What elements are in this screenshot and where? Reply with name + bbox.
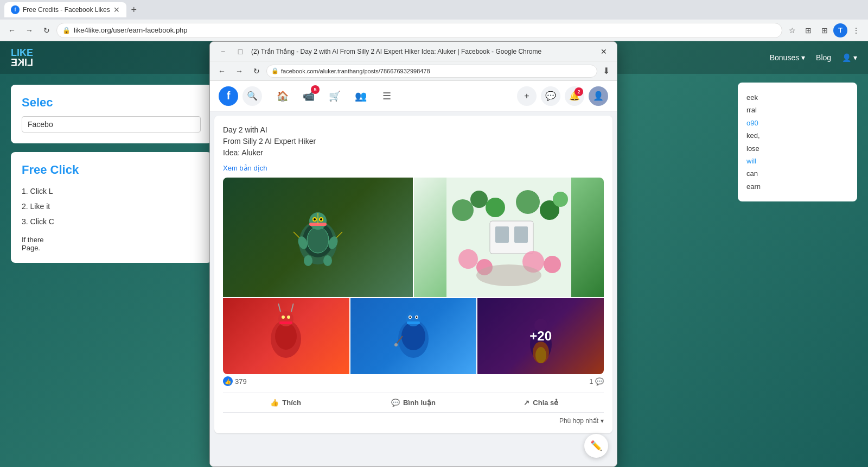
- fb-sort-label: Phù hợp nhất: [559, 417, 598, 425]
- address-bar[interactable]: 🔒 like4like.org/user/earn-facebook.php: [56, 23, 782, 38]
- fb-reactions-number: 379: [235, 377, 247, 386]
- svg-point-35: [282, 315, 285, 319]
- select-section: Selec Facebo: [11, 85, 212, 143]
- fb-post-actions: 👍 Thích 💬 Bình luận ↗ Chia sẻ: [223, 393, 604, 413]
- chrome-browser-frame: f Free Credits - Facebook Likes ✕ + ← → …: [0, 0, 868, 41]
- blue-turtle-svg: [392, 304, 435, 369]
- free-bottom-text: If there Page.: [22, 236, 201, 252]
- fb-comment-sort[interactable]: Phù hợp nhất ▾: [559, 417, 604, 425]
- fb-like-label: Thích: [282, 399, 301, 407]
- bookmark-button[interactable]: ☆: [784, 23, 800, 38]
- fb-sort-chevron-icon: ▾: [601, 417, 604, 425]
- logo-bottom: LIKE: [11, 58, 33, 67]
- right-panel-line3: ked,: [746, 129, 848, 142]
- fb-image-top-right: [414, 178, 604, 297]
- chrome-toolbar: ← → ↻ 🔒 like4like.org/user/earn-facebook…: [0, 20, 868, 41]
- nav-blog[interactable]: Blog: [816, 53, 831, 62]
- right-panel-line1: eek: [746, 91, 848, 104]
- right-panel-link[interactable]: o90: [746, 117, 848, 129]
- fb-popup-titlebar: − □ (2) Trần Thắng - Day 2 with AI From …: [210, 42, 617, 61]
- fb-like-button[interactable]: 👍 Thích: [223, 395, 348, 410]
- site-nav: Bonuses ▾ Blog 👤 ▾: [770, 53, 857, 62]
- right-panel-line2: rral: [746, 104, 848, 116]
- refresh-button[interactable]: ↻: [39, 23, 54, 38]
- fb-image-top-left: [223, 178, 413, 297]
- right-panel-line6: earn: [746, 180, 848, 193]
- right-panel-will-link[interactable]: will: [746, 155, 848, 167]
- fb-share-icon-btn: ↗: [524, 399, 529, 407]
- fb-share-label: Chia sẻ: [533, 399, 558, 407]
- fb-image-bottom-row: +20: [223, 298, 604, 374]
- fb-menu-icon[interactable]: ☰: [375, 84, 399, 108]
- lock-icon: 🔒: [62, 27, 71, 34]
- zoom-button[interactable]: ⊞: [801, 23, 816, 38]
- fb-popup-toolbar: ← → ↻ 🔒 facebook.com/aluker.tranthang/po…: [210, 61, 617, 81]
- tab-favicon: f: [11, 5, 20, 14]
- fb-image-grid: +20: [223, 178, 604, 374]
- fb-forward-button[interactable]: →: [232, 64, 247, 79]
- fb-download-button[interactable]: ⬇: [599, 65, 612, 78]
- active-tab[interactable]: f Free Credits - Facebook Likes ✕: [4, 2, 126, 17]
- svg-rect-24: [495, 226, 509, 243]
- fb-post: Day 2 with AI From Silly 2 AI Expert Hik…: [214, 116, 612, 433]
- fb-share-button[interactable]: ↗ Chia sẻ: [478, 395, 604, 410]
- fb-bell-icon[interactable]: 🔔 2: [565, 86, 584, 106]
- address-text: like4like.org/user/earn-facebook.php: [74, 26, 188, 34]
- svg-point-19: [486, 198, 505, 217]
- fb-comment-button[interactable]: 💬 Bình luận: [350, 395, 476, 410]
- fb-back-button[interactable]: ←: [214, 64, 229, 79]
- fb-edit-button[interactable]: ✏️: [584, 434, 608, 458]
- fb-comment-label: Bình luận: [403, 399, 436, 407]
- svg-point-36: [287, 315, 290, 319]
- fb-search-button[interactable]: 🔍: [242, 86, 262, 106]
- select-title: Selec: [22, 96, 201, 110]
- tab-title: Free Credits - Facebook Likes: [23, 6, 110, 14]
- fb-address-bar[interactable]: 🔒 facebook.com/aluker.tranthang/posts/78…: [266, 65, 597, 78]
- post-line1: Day 2 with AI: [223, 124, 604, 136]
- post-line3: Idea: Aluker: [223, 147, 604, 159]
- bottom-text2: Page.: [22, 244, 201, 252]
- fb-right-icons: + 💬 🔔 2 👤: [517, 86, 608, 106]
- fb-groups-icon[interactable]: 👥: [349, 84, 373, 108]
- new-tab-button[interactable]: +: [126, 2, 142, 17]
- bottom-text1: If there: [22, 236, 201, 244]
- menu-button[interactable]: ⋮: [848, 23, 864, 38]
- svg-point-29: [544, 256, 561, 273]
- svg-point-6: [314, 218, 316, 220]
- step2: 2. Like it: [22, 199, 201, 214]
- fb-lock-icon: 🔒: [271, 67, 279, 74]
- nav-bonuses[interactable]: Bonuses ▾: [770, 53, 805, 62]
- nav-user[interactable]: 👤 ▾: [842, 53, 857, 62]
- forward-button[interactable]: →: [22, 23, 37, 38]
- fb-post-text: Day 2 with AI From Silly 2 AI Expert Hik…: [223, 124, 604, 159]
- fb-avatar[interactable]: 👤: [589, 86, 608, 106]
- svg-point-30: [476, 264, 541, 286]
- tab-close-button[interactable]: ✕: [113, 5, 120, 14]
- fb-refresh-button[interactable]: ↻: [249, 64, 264, 79]
- fb-popup-maximize[interactable]: □: [234, 45, 247, 58]
- step3: 3. Click C: [22, 214, 201, 229]
- red-turtle-svg: [264, 304, 308, 369]
- fb-plus-icon[interactable]: +: [517, 86, 537, 106]
- fb-image-bottom-mid: [350, 298, 477, 374]
- svg-line-38: [291, 304, 294, 312]
- fb-video-icon[interactable]: 📹 5: [297, 84, 321, 108]
- fb-marketplace-icon[interactable]: 🛒: [323, 84, 347, 108]
- right-panel-line5: can: [746, 167, 848, 180]
- fb-popup-close[interactable]: ✕: [597, 45, 610, 58]
- fb-messenger-icon[interactable]: 💬: [541, 86, 560, 106]
- select-dropdown[interactable]: Facebo: [22, 116, 201, 132]
- extensions-button[interactable]: ⊞: [817, 23, 832, 38]
- svg-rect-34: [279, 321, 292, 324]
- fb-content[interactable]: f 🔍 🏠 📹 5 🛒 👥 ☰ + 💬 🔔 2 👤: [210, 81, 617, 466]
- fb-translate-link[interactable]: Xem bản dịch: [223, 164, 604, 172]
- fb-popup-minimize[interactable]: −: [216, 45, 229, 58]
- fb-home-icon[interactable]: 🏠: [271, 84, 295, 108]
- fb-comment-icon-btn: 💬: [391, 399, 400, 407]
- back-button[interactable]: ←: [4, 23, 20, 38]
- chrome-tab-bar: f Free Credits - Facebook Likes ✕ +: [0, 0, 868, 20]
- profile-button[interactable]: T: [833, 23, 847, 37]
- turtle-svg: [291, 202, 345, 273]
- facebook-popup: − □ (2) Trần Thắng - Day 2 with AI From …: [209, 41, 617, 467]
- svg-point-2: [307, 227, 329, 253]
